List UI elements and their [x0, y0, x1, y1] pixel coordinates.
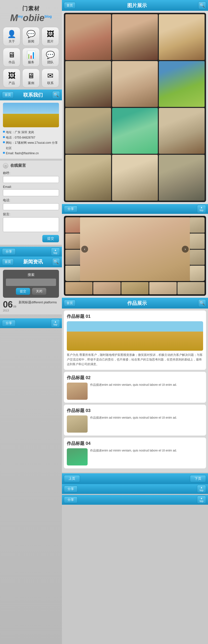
photo-cell-2[interactable] — [112, 14, 158, 60]
slider-bottom-thumb-4[interactable] — [149, 282, 176, 294]
news-home-btn[interactable]: 首页 — [2, 258, 14, 265]
photo-cell-10[interactable] — [65, 155, 111, 200]
photo-cell-12[interactable] — [159, 155, 205, 200]
slider-arrow-left[interactable]: ‹ — [81, 246, 88, 252]
phone-group: 电话: — [3, 198, 59, 210]
contact-section: 地址：广东 深圳 龙岗 电话：0755-84828787 网站：17素材网 ww… — [0, 100, 62, 159]
phone-text: 电话：0755-84828787 — [6, 135, 35, 140]
dot-phone — [3, 136, 5, 138]
next-page-btn[interactable]: 下页 — [190, 475, 206, 482]
submit-btn[interactable]: 提交 — [42, 235, 59, 242]
phone-input[interactable] — [3, 203, 59, 210]
team-label: 团队 — [47, 60, 54, 64]
icon-news[interactable]: 💬 新闻 — [22, 27, 40, 46]
slider-thumb-right-2[interactable] — [190, 234, 205, 249]
search-box: 搜索 提交 关闭 — [3, 270, 59, 298]
search-close-btn[interactable]: 关闭 — [32, 288, 46, 295]
email-input[interactable] — [3, 189, 59, 196]
left-share-btn[interactable]: 分享 — [2, 248, 16, 255]
slider-bottom-thumb-5[interactable] — [177, 282, 205, 294]
search-submit-btn[interactable]: 提交 — [16, 288, 30, 295]
right-bottom-top-btn-2[interactable]: ▲ top — [197, 496, 206, 504]
left-bottom-top-btn[interactable]: ▲ top — [51, 319, 60, 327]
right-bottom-share-btn-1[interactable]: 分享 — [64, 486, 78, 492]
slider-container: ‹ › — [64, 216, 206, 296]
logo-blog: blog — [45, 14, 52, 18]
photo-section — [62, 11, 208, 204]
work-content-03: 作品描述enim ad minim veniam, quis nostrud l… — [67, 416, 203, 432]
photo-cell-9[interactable] — [159, 108, 205, 154]
about-icon: 👤 — [7, 30, 16, 38]
contact-home-btn[interactable]: 首页 — [2, 92, 14, 98]
news-search-btn[interactable]: 🔍 — [52, 258, 60, 266]
message-textarea[interactable] — [3, 217, 59, 232]
right-share-btn-1[interactable]: 分享 — [64, 206, 78, 212]
icon-about[interactable]: 👤 关于 — [3, 27, 20, 46]
right-panel: 首页 图片展示 🔍 — [62, 0, 208, 644]
photo-cell-1[interactable] — [65, 14, 111, 60]
slider-thumb-right-3[interactable] — [190, 250, 205, 265]
slider-thumb-right-4[interactable] — [190, 266, 205, 281]
photo-cell-8[interactable] — [112, 108, 158, 154]
left-top-btn[interactable]: ▲ top — [51, 248, 60, 256]
work-card-03: 作品标题 03 作品描述enim ad minim veniam, quis n… — [64, 405, 206, 436]
right-bottom-bar-1: 分享 ▲ top — [62, 484, 208, 494]
right-top-label-1: top — [200, 209, 203, 212]
news-date-big: 06 — [3, 300, 13, 309]
slider-bottom-thumb-2[interactable] — [93, 282, 120, 294]
icon-team[interactable]: 💬 团队 — [42, 48, 59, 67]
slider-arrow-right[interactable]: › — [182, 246, 189, 252]
logo-sub: my — [18, 14, 23, 18]
slider-thumb-left-1[interactable] — [65, 217, 80, 233]
right-bottom-top-btn-1[interactable]: ▲ top — [197, 485, 206, 493]
slider-thumb-left-4[interactable] — [65, 266, 80, 281]
news-label: 新闻 — [28, 39, 34, 44]
right-top-btn-1[interactable]: ▲ top — [197, 205, 206, 213]
icon-photos[interactable]: 🖼 图片 — [42, 27, 59, 46]
contact-label: 联系 — [47, 81, 54, 85]
photo-cell-11[interactable] — [112, 155, 158, 200]
slider-bottom-thumb-3[interactable] — [121, 282, 149, 294]
name-input[interactable] — [3, 176, 59, 183]
about-label: 关于 — [8, 39, 15, 44]
news-item[interactable]: 06 09 2013 新闻标题different platforms — [3, 300, 59, 312]
prev-page-btn[interactable]: 上页 — [64, 475, 80, 482]
submit-area: 提交 — [3, 235, 59, 242]
slider-thumbs-right — [190, 217, 205, 281]
collapse-btn[interactable]: − — [3, 163, 8, 168]
slider-thumb-right-1[interactable] — [190, 217, 205, 233]
photo-cell-5[interactable] — [112, 61, 158, 107]
right-bottom-share-btn-2[interactable]: 分享 — [64, 496, 78, 503]
works-search-btn[interactable]: 🔍 — [198, 299, 206, 307]
photos-header: 首页 图片展示 🔍 — [62, 0, 208, 11]
works-home-btn[interactable]: 首页 — [64, 300, 76, 306]
search-input[interactable] — [6, 278, 56, 286]
message-title: 在线留言 — [10, 163, 26, 168]
team-icon: 💬 — [46, 50, 55, 59]
left-bottom-top-arrow: ▲ — [54, 320, 57, 323]
photo-cell-3[interactable] — [159, 14, 205, 60]
icon-cases[interactable]: 🖥 案例 — [22, 69, 40, 88]
left-bottom-share-btn[interactable]: 分享 — [2, 320, 16, 327]
slider-thumb-left-3[interactable] — [65, 250, 80, 265]
photo-cell-6[interactable] — [159, 61, 205, 107]
email-text: Email: flash@flashline.cn — [6, 151, 39, 156]
top-arrow-up: ▲ — [54, 249, 57, 251]
photo-cell-7[interactable] — [65, 108, 111, 154]
slider-bottom-thumb-1[interactable] — [65, 282, 93, 294]
slider-thumb-left-2[interactable] — [65, 234, 80, 249]
message-group: 留言: — [3, 212, 59, 233]
icon-contact[interactable]: ✉ 联系 — [42, 69, 59, 88]
cases-label: 案例 — [28, 81, 34, 85]
icon-services[interactable]: 📊 服务 — [22, 48, 40, 67]
photo-cell-4[interactable] — [65, 61, 111, 107]
photos-search-btn[interactable]: 🔍 — [198, 2, 206, 9]
icon-products[interactable]: 🖼 产品 — [3, 69, 20, 88]
contact-search-btn[interactable]: 🔍 — [52, 91, 60, 99]
slider-main: ‹ › — [65, 217, 205, 281]
slider-main-img — [80, 217, 190, 281]
services-icon: 📊 — [26, 50, 35, 59]
icon-grid: 👤 关于 💬 新闻 🖼 图片 🖥 作品 📊 服务 💬 团队 🖼 产品 🖥 — [0, 25, 62, 90]
icon-works[interactable]: 🖥 作品 — [3, 48, 20, 67]
photos-home-btn[interactable]: 首页 — [64, 2, 76, 9]
